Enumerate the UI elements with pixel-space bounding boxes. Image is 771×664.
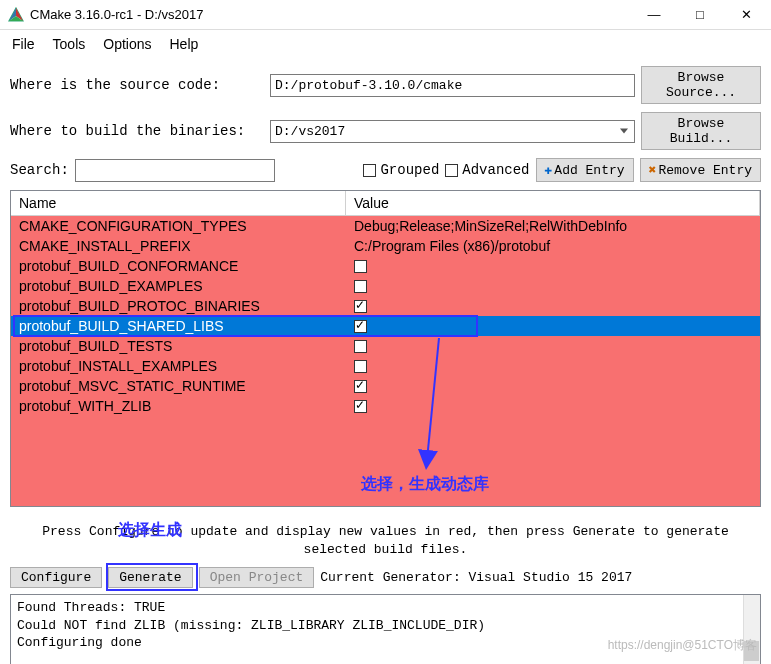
open-project-button[interactable]: Open Project [199,567,315,588]
cell-value[interactable] [346,280,760,293]
bottom-toolbar: Configure Generate Open Project Current … [0,567,771,594]
grouped-checkbox[interactable]: Grouped [363,162,439,178]
checkbox-icon[interactable] [354,280,367,293]
browse-build-button[interactable]: Browse Build... [641,112,761,150]
annotation-text-generate: 选择生成 [118,519,182,541]
cell-value[interactable] [346,340,760,353]
cell-name: protobuf_BUILD_PROTOC_BINARIES [11,298,346,314]
plus-icon: ✚ [545,163,553,178]
add-entry-button[interactable]: ✚Add Entry [536,158,634,182]
build-label: Where to build the binaries: [10,123,264,139]
cell-name: protobuf_BUILD_EXAMPLES [11,278,346,294]
cell-name: protobuf_BUILD_TESTS [11,338,346,354]
build-path-combo[interactable]: D:/vs2017 [270,120,635,143]
configure-button[interactable]: Configure [10,567,102,588]
search-label: Search: [10,162,69,178]
cell-value[interactable] [346,320,760,333]
cache-table: Name Value 选择，生成动态库 CMAKE_CONFIGURATION_… [10,190,761,507]
maximize-button[interactable]: □ [677,0,723,30]
search-input[interactable] [75,159,275,182]
log-line: Found Threads: TRUE [17,599,754,617]
table-row[interactable]: protobuf_BUILD_SHARED_LIBS [11,316,760,336]
cell-value[interactable] [346,380,760,393]
cell-name: protobuf_MSVC_STATIC_RUNTIME [11,378,346,394]
checkbox-icon [363,164,376,177]
minimize-button[interactable]: — [631,0,677,30]
checkbox-icon[interactable] [354,400,367,413]
cell-value[interactable] [346,400,760,413]
checkbox-icon[interactable] [354,260,367,273]
log-line: Could NOT find ZLIB (missing: ZLIB_LIBRA… [17,617,754,635]
menu-options[interactable]: Options [103,36,151,52]
cell-value[interactable] [346,360,760,373]
table-row[interactable]: protobuf_WITH_ZLIB [11,396,760,416]
table-row[interactable]: protobuf_INSTALL_EXAMPLES [11,356,760,376]
x-icon: ✖ [649,163,657,178]
watermark-text: https://dengjin@51CTO博客 [608,637,757,654]
checkbox-icon[interactable] [354,320,367,333]
table-row[interactable]: protobuf_BUILD_EXAMPLES [11,276,760,296]
col-name-header[interactable]: Name [11,191,346,215]
source-label: Where is the source code: [10,77,264,93]
menubar: File Tools Options Help [0,30,771,58]
window-title: CMake 3.16.0-rc1 - D:/vs2017 [30,7,631,22]
generate-button[interactable]: Generate [108,567,192,588]
checkbox-icon[interactable] [354,360,367,373]
menu-file[interactable]: File [12,36,35,52]
menu-help[interactable]: Help [170,36,199,52]
cell-name: CMAKE_CONFIGURATION_TYPES [11,218,346,234]
table-row[interactable]: protobuf_BUILD_CONFORMANCE [11,256,760,276]
cell-name: protobuf_BUILD_CONFORMANCE [11,258,346,274]
cell-name: protobuf_WITH_ZLIB [11,398,346,414]
table-row[interactable]: protobuf_BUILD_PROTOC_BINARIES [11,296,760,316]
advanced-checkbox[interactable]: Advanced [445,162,529,178]
close-button[interactable]: ✕ [723,0,769,30]
checkbox-icon [445,164,458,177]
col-value-header[interactable]: Value [346,191,760,215]
checkbox-icon[interactable] [354,300,367,313]
cell-name: protobuf_INSTALL_EXAMPLES [11,358,346,374]
source-path-input[interactable] [270,74,635,97]
cell-value[interactable] [346,300,760,313]
table-row[interactable]: CMAKE_INSTALL_PREFIXC:/Program Files (x8… [11,236,760,256]
checkbox-icon[interactable] [354,340,367,353]
hint-text: Press Configure to update and display ne… [0,515,771,567]
cell-value[interactable]: C:/Program Files (x86)/protobuf [346,238,760,254]
current-generator-label: Current Generator: Visual Studio 15 2017 [320,570,632,585]
remove-entry-button[interactable]: ✖Remove Entry [640,158,761,182]
table-row[interactable]: CMAKE_CONFIGURATION_TYPESDebug;Release;M… [11,216,760,236]
cell-name: protobuf_BUILD_SHARED_LIBS [11,318,346,334]
browse-source-button[interactable]: Browse Source... [641,66,761,104]
cmake-logo-icon [8,7,24,23]
titlebar: CMake 3.16.0-rc1 - D:/vs2017 — □ ✕ [0,0,771,30]
cell-value[interactable] [346,260,760,273]
table-row[interactable]: protobuf_MSVC_STATIC_RUNTIME [11,376,760,396]
menu-tools[interactable]: Tools [53,36,86,52]
cell-name: CMAKE_INSTALL_PREFIX [11,238,346,254]
annotation-text-dynamic: 选择，生成动态库 [361,474,489,495]
table-row[interactable]: protobuf_BUILD_TESTS [11,336,760,356]
checkbox-icon[interactable] [354,380,367,393]
cell-value[interactable]: Debug;Release;MinSizeRel;RelWithDebInfo [346,218,760,234]
